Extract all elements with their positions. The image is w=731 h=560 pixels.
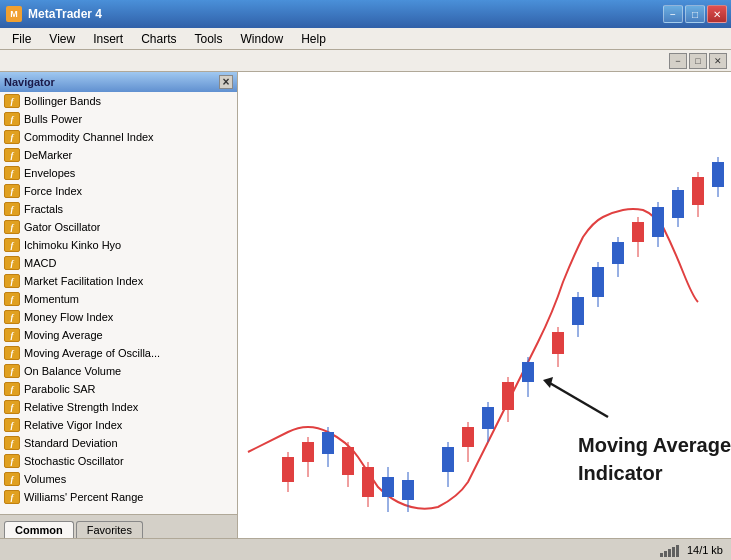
indicator-icon — [4, 94, 20, 108]
nav-item-label: Bollinger Bands — [24, 95, 101, 107]
title-bar: M MetaTrader 4 − □ ✕ — [0, 0, 731, 28]
svg-rect-4 — [302, 442, 314, 462]
svg-rect-30 — [592, 267, 604, 297]
minimize-button[interactable]: − — [663, 5, 683, 23]
navigator-tabs: CommonFavorites — [0, 514, 237, 538]
nav-item-label: Volumes — [24, 473, 66, 485]
inner-minimize-button[interactable]: − — [669, 53, 687, 69]
main-content: Navigator × Bollinger BandsBulls PowerCo… — [0, 72, 731, 538]
chart-canvas: Moving Average Indicator — [238, 72, 731, 538]
bar1 — [660, 553, 663, 557]
inner-close-button[interactable]: ✕ — [709, 53, 727, 69]
nav-item-label: Market Facilitation Index — [24, 275, 143, 287]
menu-item-help[interactable]: Help — [293, 30, 334, 48]
list-item[interactable]: Relative Vigor Index — [0, 416, 237, 434]
menu-item-charts[interactable]: Charts — [133, 30, 184, 48]
bar3 — [668, 549, 671, 557]
title-bar-left: M MetaTrader 4 — [6, 6, 102, 22]
nav-item-label: DeMarker — [24, 149, 72, 161]
list-item[interactable]: Relative Strength Index — [0, 398, 237, 416]
list-item[interactable]: DeMarker — [0, 146, 237, 164]
indicator-icon — [4, 310, 20, 324]
list-item[interactable]: Moving Average — [0, 326, 237, 344]
bar4 — [672, 547, 675, 557]
indicator-icon — [4, 472, 20, 486]
navigator-list[interactable]: Bollinger BandsBulls PowerCommodity Chan… — [0, 92, 237, 514]
indicator-icon — [4, 238, 20, 252]
indicator-icon — [4, 346, 20, 360]
nav-item-label: Relative Vigor Index — [24, 419, 122, 431]
list-item[interactable]: Fractals — [0, 200, 237, 218]
maximize-button[interactable]: □ — [685, 5, 705, 23]
indicator-icon — [4, 400, 20, 414]
status-bar: 14/1 kb — [0, 538, 731, 560]
nav-tab-common[interactable]: Common — [4, 521, 74, 538]
svg-rect-2 — [282, 457, 294, 482]
svg-text:Moving Average: Moving Average — [578, 434, 731, 456]
list-item[interactable]: Volumes — [0, 470, 237, 488]
svg-rect-6 — [322, 432, 334, 454]
nav-item-label: Williams' Percent Range — [24, 491, 143, 503]
svg-rect-18 — [462, 427, 474, 447]
indicator-icon — [4, 454, 20, 468]
nav-item-label: Moving Average of Oscilla... — [24, 347, 160, 359]
menu-item-view[interactable]: View — [41, 30, 83, 48]
svg-rect-20 — [482, 407, 494, 429]
list-item[interactable]: Parabolic SAR — [0, 380, 237, 398]
svg-rect-12 — [382, 477, 394, 497]
nav-item-label: Moving Average — [24, 329, 103, 341]
list-item[interactable]: Ichimoku Kinko Hyo — [0, 236, 237, 254]
list-item[interactable]: Envelopes — [0, 164, 237, 182]
app-icon: M — [6, 6, 22, 22]
list-item[interactable]: Momentum — [0, 290, 237, 308]
chart-area: Moving Average Indicator — [238, 72, 731, 538]
list-item[interactable]: MACD — [0, 254, 237, 272]
svg-rect-22 — [502, 382, 514, 410]
indicator-icon — [4, 328, 20, 342]
list-item[interactable]: Market Facilitation Index — [0, 272, 237, 290]
nav-tab-favorites[interactable]: Favorites — [76, 521, 143, 538]
svg-rect-28 — [572, 297, 584, 325]
nav-item-label: Parabolic SAR — [24, 383, 96, 395]
list-item[interactable]: Bollinger Bands — [0, 92, 237, 110]
menu-item-insert[interactable]: Insert — [85, 30, 131, 48]
list-item[interactable]: Gator Oscillator — [0, 218, 237, 236]
close-button[interactable]: ✕ — [707, 5, 727, 23]
list-item[interactable]: Money Flow Index — [0, 308, 237, 326]
list-item[interactable]: Stochastic Oscillator — [0, 452, 237, 470]
indicator-icon — [4, 490, 20, 504]
list-item[interactable]: Williams' Percent Range — [0, 488, 237, 506]
svg-rect-16 — [442, 447, 454, 472]
app-title: MetaTrader 4 — [28, 7, 102, 21]
menu-item-file[interactable]: File — [4, 30, 39, 48]
inner-bar: − □ ✕ — [0, 50, 731, 72]
navigator-title: Navigator — [4, 76, 55, 88]
indicator-icon — [4, 148, 20, 162]
nav-item-label: Envelopes — [24, 167, 75, 179]
svg-rect-36 — [652, 207, 664, 237]
list-item[interactable]: On Balance Volume — [0, 362, 237, 380]
list-item[interactable]: Force Index — [0, 182, 237, 200]
nav-item-label: Gator Oscillator — [24, 221, 100, 233]
svg-rect-10 — [362, 467, 374, 497]
nav-item-label: On Balance Volume — [24, 365, 121, 377]
svg-rect-34 — [632, 222, 644, 242]
list-item[interactable]: Standard Deviation — [0, 434, 237, 452]
title-bar-buttons: − □ ✕ — [663, 5, 727, 23]
nav-item-label: Commodity Channel Index — [24, 131, 154, 143]
navigator-close-button[interactable]: × — [219, 75, 233, 89]
svg-rect-42 — [712, 162, 724, 187]
navigator-panel: Navigator × Bollinger BandsBulls PowerCo… — [0, 72, 238, 538]
nav-item-label: Bulls Power — [24, 113, 82, 125]
indicator-icon — [4, 292, 20, 306]
inner-maximize-button[interactable]: □ — [689, 53, 707, 69]
list-item[interactable]: Moving Average of Oscilla... — [0, 344, 237, 362]
indicator-icon — [4, 112, 20, 126]
menu-item-window[interactable]: Window — [233, 30, 292, 48]
navigator-header: Navigator × — [0, 72, 237, 92]
list-item[interactable]: Bulls Power — [0, 110, 237, 128]
indicator-icon — [4, 220, 20, 234]
svg-rect-40 — [692, 177, 704, 205]
menu-item-tools[interactable]: Tools — [187, 30, 231, 48]
list-item[interactable]: Commodity Channel Index — [0, 128, 237, 146]
